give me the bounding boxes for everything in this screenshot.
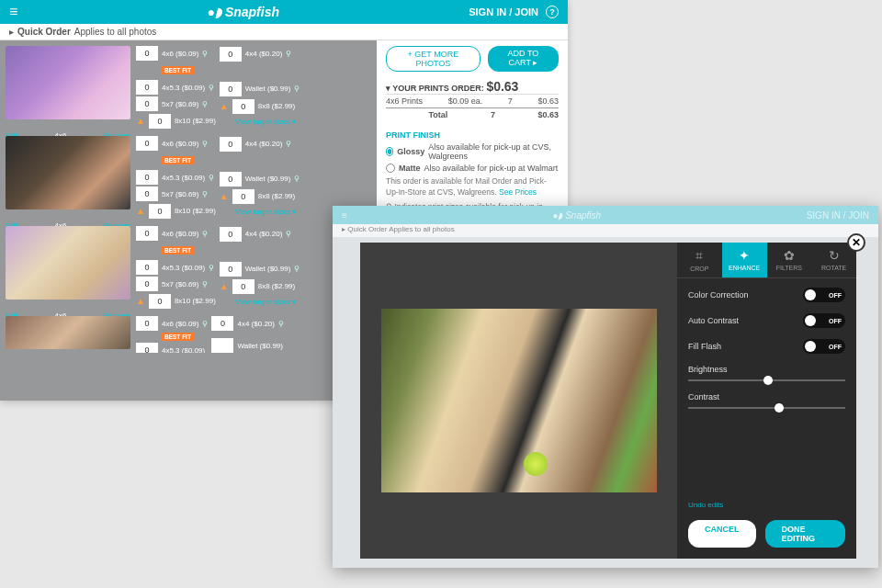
size-label: 4x5.3 ($0.09) bbox=[162, 346, 205, 354]
close-icon[interactable]: ✕ bbox=[847, 233, 865, 252]
print-finish-heading: PRINT FINISH bbox=[386, 130, 559, 140]
done-editing-button[interactable]: DONE EDITING bbox=[765, 520, 846, 548]
brightness-slider[interactable] bbox=[688, 379, 845, 381]
warning-icon: ▲ bbox=[136, 116, 145, 126]
qty-input[interactable] bbox=[136, 170, 158, 185]
qty-input[interactable] bbox=[136, 260, 158, 275]
qty-input[interactable] bbox=[211, 316, 233, 331]
qty-input[interactable] bbox=[232, 279, 254, 294]
color-correction-toggle[interactable]: OFF bbox=[803, 288, 845, 302]
tab-filters[interactable]: ✿FILTERS bbox=[767, 243, 812, 277]
qty-input[interactable] bbox=[220, 82, 242, 96]
pin-icon: ⚲ bbox=[294, 85, 300, 93]
qty-input[interactable] bbox=[211, 338, 233, 353]
qty-input[interactable] bbox=[136, 343, 158, 353]
see-prices-link[interactable]: See Prices bbox=[499, 187, 537, 197]
avail-note: This order is available for Mail Order a… bbox=[386, 176, 559, 198]
auto-contrast-toggle[interactable]: OFF bbox=[803, 313, 845, 328]
qty-input[interactable] bbox=[220, 137, 242, 152]
signin-link[interactable]: SIGN IN / JOIN ? bbox=[469, 6, 559, 18]
size-label: Wallet ($0.99) bbox=[237, 342, 283, 350]
brightness-label: Brightness bbox=[688, 365, 728, 374]
enhance-icon: ✦ bbox=[724, 248, 765, 263]
qty-input[interactable] bbox=[220, 227, 242, 242]
photo-row: Edit 4x6 Remove 4x6 ($0.09)⚲ BEST FIT 4x… bbox=[6, 226, 371, 309]
tab-crop[interactable]: ⌗CROP bbox=[677, 243, 722, 277]
qty-input[interactable] bbox=[232, 99, 254, 114]
pin-icon: ⚲ bbox=[209, 84, 214, 92]
undo-edits-link[interactable]: Undo edits bbox=[677, 497, 856, 513]
pin-icon: ⚲ bbox=[286, 230, 291, 238]
pin-icon: ⚲ bbox=[278, 320, 284, 328]
filters-icon: ✿ bbox=[769, 248, 810, 263]
bestfit-badge: BEST FIT bbox=[162, 246, 194, 254]
qty-input[interactable] bbox=[149, 204, 171, 219]
size-label: 4x4 ($0.20) bbox=[245, 230, 282, 238]
pin-icon: ⚲ bbox=[202, 100, 208, 108]
qty-input[interactable] bbox=[136, 187, 158, 201]
size-label: 8x8 ($2.99) bbox=[258, 282, 295, 290]
finish-matte[interactable]: Matte Also available for pick-up at Walm… bbox=[386, 164, 559, 173]
qty-input[interactable] bbox=[149, 294, 171, 309]
bestfit-badge: BEST FIT bbox=[162, 156, 194, 164]
qty-input[interactable] bbox=[136, 46, 158, 61]
warning-icon: ▲ bbox=[220, 281, 229, 291]
photo-thumbnail[interactable] bbox=[6, 226, 130, 300]
photo-row: 4x6 ($0.09)⚲ BEST FIT 4x5.3 ($0.09) 4x4 … bbox=[6, 316, 371, 353]
add-to-cart-button[interactable]: ADD TO CART ▸ bbox=[488, 46, 559, 72]
qty-input[interactable] bbox=[136, 80, 158, 95]
warning-icon: ▲ bbox=[220, 101, 229, 111]
cancel-button[interactable]: CANCEL bbox=[688, 520, 756, 548]
editor-panel: ⌗CROP ✦ENHANCE ✿FILTERS ↻ROTATE Color Co… bbox=[677, 243, 856, 559]
warning-icon: ▲ bbox=[220, 191, 229, 201]
pin-icon: ⚲ bbox=[294, 175, 300, 183]
pin-icon: ⚲ bbox=[202, 50, 208, 58]
size-label: 4x4 ($0.20) bbox=[245, 50, 282, 58]
auto-contrast-label: Auto Contrast bbox=[688, 316, 739, 325]
pin-icon: ⚲ bbox=[294, 265, 300, 273]
view-larger-link[interactable]: View larger sizes ▾ bbox=[220, 298, 300, 306]
qty-input[interactable] bbox=[220, 172, 242, 187]
size-label: 8x10 ($2.99) bbox=[175, 207, 216, 215]
get-more-photos-button[interactable]: + GET MORE PHOTOS bbox=[386, 46, 481, 72]
fill-flash-toggle[interactable]: OFF bbox=[803, 339, 845, 354]
topbar-dim: ≡ ●◗ Snapfish SIGN IN / JOIN bbox=[333, 206, 878, 224]
radio-icon bbox=[386, 164, 395, 173]
photo-thumbnail[interactable] bbox=[6, 316, 130, 349]
photo-thumbnail[interactable] bbox=[6, 46, 130, 119]
qty-input[interactable] bbox=[220, 47, 242, 62]
size-label: 4x6 ($0.09) bbox=[162, 320, 198, 328]
quick-order-bar[interactable]: ▸ Quick Order Applies to all photos bbox=[0, 24, 568, 40]
rotate-icon: ↻ bbox=[813, 248, 854, 263]
pin-icon: ⚲ bbox=[202, 140, 208, 148]
editor-window: ≡ ●◗ Snapfish SIGN IN / JOIN ▸ Quick Ord… bbox=[333, 206, 878, 568]
qty-input[interactable] bbox=[149, 114, 171, 129]
radio-icon bbox=[386, 147, 393, 156]
finish-glossy[interactable]: Glossy Also available for pick-up at CVS… bbox=[386, 142, 559, 161]
qty-input[interactable] bbox=[136, 277, 158, 291]
menu-icon: ≡ bbox=[342, 210, 347, 220]
view-larger-link[interactable]: View larger sizes ▾ bbox=[220, 208, 300, 216]
pin-icon: ⚲ bbox=[286, 140, 291, 148]
help-icon[interactable]: ? bbox=[546, 6, 559, 18]
photo-thumbnail[interactable] bbox=[6, 136, 130, 209]
editor-photo[interactable] bbox=[381, 309, 657, 492]
qty-input[interactable] bbox=[232, 189, 254, 204]
pin-icon: ⚲ bbox=[202, 190, 208, 198]
view-larger-link[interactable]: View larger sizes ▾ bbox=[220, 118, 300, 126]
size-label: Wallet ($0.99) bbox=[245, 175, 291, 183]
size-label: 4x5.3 ($0.09) bbox=[162, 84, 205, 92]
menu-icon[interactable]: ≡ bbox=[9, 4, 17, 20]
size-label: Wallet ($0.99) bbox=[245, 85, 291, 93]
qty-input[interactable] bbox=[136, 96, 158, 111]
tab-enhance[interactable]: ✦ENHANCE bbox=[722, 243, 767, 277]
contrast-slider[interactable] bbox=[688, 407, 845, 409]
brand-logo: ●◗ Snapfish bbox=[17, 5, 469, 19]
qty-input[interactable] bbox=[136, 316, 158, 331]
qty-input[interactable] bbox=[136, 136, 158, 151]
size-label: 8x10 ($2.99) bbox=[175, 117, 216, 125]
size-label: 4x4 ($0.20) bbox=[237, 320, 274, 328]
qty-input[interactable] bbox=[136, 226, 158, 241]
qty-input[interactable] bbox=[220, 262, 242, 277]
photo-row: Edit 4x6 Remove 4x6 ($0.09)⚲ BEST FIT 4x… bbox=[6, 136, 371, 219]
